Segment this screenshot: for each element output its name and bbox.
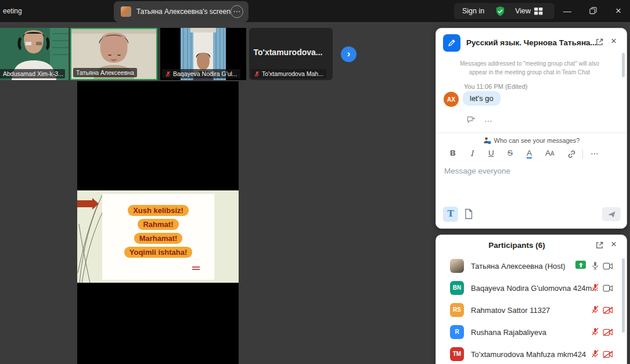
- font-size-button[interactable]: AA: [545, 149, 555, 157]
- tab-shared-screen-label: Татьяна Алексеевна's screen: [136, 8, 231, 16]
- text-format-toggle-button[interactable]: T: [443, 207, 458, 222]
- mic-muted-icon: [591, 305, 599, 316]
- slide-line: Rahmat!: [138, 219, 178, 230]
- who-can-see-label: Who can see your messages?: [494, 137, 580, 144]
- format-toolbar: B I U S A AA ⋯: [436, 147, 627, 163]
- participant-avatar: R: [450, 325, 464, 339]
- slide-logo-mark: [192, 266, 200, 271]
- slide-line: Marhamat!: [134, 233, 183, 244]
- view-button[interactable]: View: [515, 7, 543, 15]
- participant-name: To'xtamurodova Mahfuza mkm424: [471, 350, 586, 359]
- message-bubble: let's go: [463, 91, 501, 106]
- participant-avatar: RS: [450, 303, 464, 317]
- participant-row-toxtamurodova[interactable]: TM To'xtamurodova Mahfuza mkm424: [436, 343, 627, 364]
- mic-muted-icon: [591, 327, 599, 338]
- chat-notice: Messages addressed to "meeting group cha…: [451, 59, 609, 77]
- sign-in-button[interactable]: Sign in: [462, 7, 484, 15]
- chat-scrollbar[interactable]: [622, 53, 625, 77]
- font-color-button[interactable]: A: [527, 149, 532, 158]
- participant-name-label: Baqayeva Nodira G'ul...: [162, 69, 240, 78]
- mic-muted-icon: [591, 349, 599, 361]
- participant-row-rushana[interactable]: R Rushana Rajabaliyeva: [436, 321, 627, 343]
- message-avatar: AX: [444, 92, 459, 107]
- participant-name: Татьяна Алексеевна (Host): [471, 262, 566, 271]
- tab-shared-screen[interactable]: Татьяна Алексеевна's screen ⋯: [114, 1, 249, 22]
- send-button[interactable]: [602, 207, 621, 221]
- strikethrough-button[interactable]: S: [507, 149, 513, 157]
- tab-avatar-icon: [121, 6, 131, 17]
- participant-name-label: Татьяна Алексеевна: [73, 68, 137, 77]
- title-bar: eeting Татьяна Алексеевна's screen ⋯ Sig…: [0, 0, 630, 22]
- participant-avatar-photo: [450, 259, 464, 273]
- chat-popout-icon[interactable]: [595, 38, 604, 49]
- reply-thread-icon[interactable]: [467, 116, 476, 126]
- camera-muted-icon: [603, 328, 613, 338]
- minimize-button[interactable]: —: [557, 0, 577, 22]
- compose-icon[interactable]: [443, 34, 460, 52]
- chat-panel: Русский язык. Чернова Татьяна... ⋯ × Mes…: [435, 28, 627, 229]
- chat-close-icon[interactable]: ×: [611, 35, 617, 47]
- participant-display-name: To'xtamurodova...: [249, 48, 327, 57]
- camera-muted-icon: [603, 350, 613, 361]
- participant-name: Baqayeva Nodira G'ulomovna 424m...: [471, 284, 598, 293]
- screen-sharing-badge: [575, 261, 586, 269]
- tab-more-icon[interactable]: ⋯: [231, 5, 243, 18]
- titlebar-controls: Sign in View: [454, 3, 555, 19]
- muted-mic-icon: [165, 71, 171, 77]
- slide-line: Yoqimli ishtaha!: [124, 247, 192, 258]
- video-tile-toxtamurodova[interactable]: To'xtamurodova... To'xtamurodova Mah...: [249, 28, 333, 80]
- slide-pointer-arrow-head: [92, 198, 99, 210]
- participant-name: Rahmatov Sattor 11327: [471, 306, 550, 315]
- toolbar-more-icon[interactable]: ⋯: [591, 149, 599, 158]
- camera-muted-icon: [603, 306, 613, 316]
- video-tile-baqayeva[interactable]: Baqayeva Nodira G'ul...: [160, 28, 246, 80]
- who-can-see-row[interactable]: Who can see your messages?: [436, 136, 627, 145]
- mic-on-icon: [591, 261, 599, 272]
- participant-row-rahmatov[interactable]: RS Rahmatov Sattor 11327: [436, 299, 627, 321]
- participant-row-tatyana[interactable]: Татьяна Алексеевна (Host): [436, 255, 627, 277]
- chat-more-icon[interactable]: ⋯: [581, 37, 590, 47]
- video-tile-abdusamad[interactable]: Abdusamad Xim-k-3...: [0, 28, 69, 80]
- message-meta: You 11:06 PM (Edited): [464, 83, 527, 90]
- chevron-right-icon: ›: [347, 48, 351, 59]
- grid-view-icon: [534, 8, 543, 15]
- link-button[interactable]: [567, 150, 576, 160]
- divider: [436, 132, 627, 133]
- slide-pointer-arrow: [77, 200, 92, 207]
- participant-row-baqayeva[interactable]: BN Baqayeva Nodira G'ulomovna 424m...: [436, 277, 627, 299]
- participants-close-icon[interactable]: ×: [611, 239, 617, 250]
- slide-line: Xush kelibsiz!: [128, 205, 189, 216]
- next-participants-button[interactable]: ›: [341, 46, 357, 62]
- participant-avatar: BN: [450, 281, 464, 295]
- message-actions: ⋯: [467, 116, 492, 126]
- camera-on-icon: [603, 262, 613, 272]
- underline-button[interactable]: U: [488, 149, 494, 157]
- message-more-icon[interactable]: ⋯: [484, 116, 492, 125]
- toolbar-divider: [582, 149, 583, 158]
- participant-name-label: Abdusamad Xim-k-3...: [0, 69, 65, 78]
- attach-file-icon[interactable]: [464, 208, 473, 222]
- video-tile-tatyana[interactable]: Татьяна Алексеевна: [70, 28, 157, 80]
- camera-on-icon: [603, 284, 613, 294]
- participants-panel: Participants (6) × Татьяна Алексеевна (H…: [435, 235, 627, 364]
- message-input[interactable]: Message everyone: [444, 167, 510, 175]
- restore-button[interactable]: [583, 0, 603, 22]
- mic-muted-icon: [591, 283, 599, 294]
- participants-popout-icon[interactable]: [595, 241, 604, 252]
- close-window-button[interactable]: ×: [609, 0, 628, 22]
- chat-title: Русский язык. Чернова Татьяна...: [466, 38, 597, 47]
- send-plane-icon: [607, 211, 616, 218]
- muted-mic-icon: [254, 71, 260, 77]
- view-button-label: View: [515, 7, 531, 15]
- shared-screen-area: Xush kelibsiz! Rahmat! Marhamat! Yoqimli…: [77, 81, 239, 364]
- participant-name: Rushana Rajabaliyeva: [471, 328, 546, 337]
- participant-avatar: TM: [450, 347, 464, 361]
- tab-meeting[interactable]: eeting: [3, 7, 22, 15]
- bold-button[interactable]: B: [450, 149, 456, 157]
- participant-name-label: To'xtamurodova Mah...: [251, 69, 326, 78]
- italic-button[interactable]: I: [470, 149, 473, 158]
- security-shield-icon: [495, 6, 506, 17]
- participants-title: Participants (6): [448, 241, 586, 250]
- presentation-slide: Xush kelibsiz! Rahmat! Marhamat! Yoqimli…: [77, 190, 239, 283]
- person-privacy-icon: [483, 136, 491, 145]
